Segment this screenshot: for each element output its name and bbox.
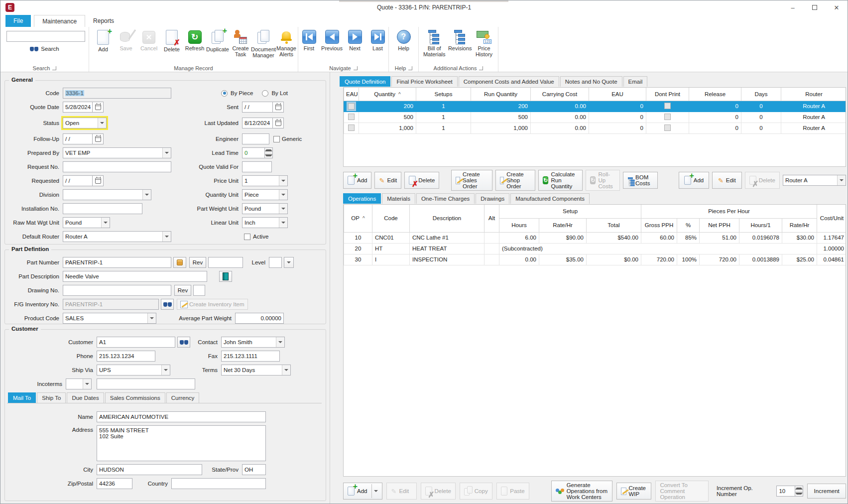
- mailto-zip-field[interactable]: 44236: [97, 478, 132, 489]
- ops-edit-button[interactable]: ✎Edit: [386, 483, 416, 500]
- revisions-button[interactable]: Revisions: [448, 29, 472, 51]
- table-row[interactable]: 1,0001 1,0000.00 0 00 Router A: [344, 123, 847, 133]
- tab-currency[interactable]: Currency: [166, 392, 200, 403]
- col-op[interactable]: OP^: [344, 205, 372, 232]
- first-button[interactable]: First: [298, 29, 320, 51]
- increment-op-number-field[interactable]: 10: [776, 486, 795, 497]
- minimize-button[interactable]: –: [782, 0, 804, 14]
- notes-button[interactable]: [219, 271, 232, 282]
- contact-dropdown[interactable]: John Smith: [221, 337, 285, 348]
- part-lookup-button[interactable]: [173, 257, 186, 268]
- col-router[interactable]: Router: [781, 88, 847, 101]
- dont-print-checkbox[interactable]: [664, 114, 671, 120]
- col-rate-hr[interactable]: Rate/Hr: [782, 218, 817, 232]
- engineer-field[interactable]: [242, 133, 269, 144]
- document-manager-button[interactable]: Document Manager: [252, 29, 274, 58]
- tab-mail-to[interactable]: Mail To: [8, 392, 36, 403]
- calendar-icon[interactable]: [273, 102, 284, 113]
- prepared-by-dropdown[interactable]: VET EMP: [63, 147, 171, 158]
- product-code-dropdown[interactable]: SALES: [63, 313, 156, 324]
- previous-button[interactable]: Previous: [321, 29, 343, 51]
- rollup-costs-button[interactable]: ↻Roll-Up Costs: [586, 170, 620, 191]
- level-field[interactable]: [269, 257, 282, 268]
- terms-dropdown[interactable]: Net 30 Days: [221, 365, 291, 376]
- convert-to-comment-button[interactable]: Convert To Comment Operation: [655, 481, 708, 502]
- tab-file[interactable]: File: [5, 15, 31, 27]
- lead-time-spinner[interactable]: [265, 147, 273, 158]
- router-add-button[interactable]: Add: [679, 172, 709, 189]
- installation-no-field[interactable]: [63, 203, 142, 214]
- eau-checkbox[interactable]: [348, 114, 355, 120]
- dont-print-checkbox[interactable]: [664, 125, 671, 131]
- table-row[interactable]: 5001 5000.00 0 00 Router A: [344, 112, 847, 123]
- generic-checkbox[interactable]: [273, 136, 280, 142]
- col-setup-rate-hr[interactable]: Rate/Hr: [539, 218, 587, 232]
- calendar-icon[interactable]: [273, 118, 284, 128]
- mailto-name-field[interactable]: AMERICAN AUTOMOTIVE: [97, 411, 266, 422]
- next-button[interactable]: Next: [344, 29, 366, 51]
- calendar-icon[interactable]: [93, 133, 104, 144]
- save-button[interactable]: Save: [115, 29, 137, 51]
- quote-add-button[interactable]: Add: [343, 172, 371, 189]
- default-router-dropdown[interactable]: Router A: [63, 231, 171, 242]
- requested-field[interactable]: / /: [63, 175, 93, 186]
- table-row[interactable]: 20HT HEAT TREAT (Subcontracted) 1.00000: [344, 243, 847, 254]
- create-shop-order-button[interactable]: Create Shop Order: [495, 170, 536, 191]
- by-lot-radio[interactable]: [262, 90, 268, 97]
- col-code[interactable]: Code: [372, 205, 410, 232]
- delete-button[interactable]: Delete: [161, 29, 183, 52]
- col-eau[interactable]: EAU: [589, 88, 646, 101]
- col-alt[interactable]: Alt: [485, 205, 499, 232]
- create-wip-button[interactable]: Create WIP: [616, 483, 651, 500]
- refresh-button[interactable]: ↻Refresh: [184, 29, 206, 51]
- phone-field[interactable]: 215.123.1234: [97, 351, 155, 362]
- col-percent[interactable]: %: [677, 218, 700, 232]
- price-unit-dropdown[interactable]: 1: [242, 175, 288, 186]
- calendar-icon[interactable]: [93, 175, 104, 186]
- customer-field[interactable]: A1: [97, 337, 175, 348]
- lead-time-field[interactable]: 0: [242, 147, 265, 158]
- dialog-launcher-icon[interactable]: [408, 66, 412, 70]
- quantity-unit-dropdown[interactable]: Piece: [242, 189, 288, 200]
- col-setup-hours[interactable]: Hours: [499, 218, 539, 232]
- customer-lookup-button[interactable]: [177, 337, 190, 348]
- quote-date-field[interactable]: 5/28/2024: [63, 102, 93, 113]
- mailto-country-field[interactable]: [171, 478, 266, 489]
- rev-button[interactable]: Rev: [189, 257, 206, 268]
- col-carrying-cost[interactable]: Carrying Cost: [531, 88, 589, 101]
- router-selector-dropdown[interactable]: Router A: [783, 175, 846, 186]
- table-row[interactable]: 10CNC01 CNC Lathe #1 6.00$90.00 $540.006…: [344, 232, 847, 243]
- tab-email[interactable]: Email: [623, 76, 648, 87]
- add-dropdown-arrow[interactable]: [371, 484, 380, 498]
- col-run-quantity[interactable]: Run Quantity: [471, 88, 531, 101]
- drawing-rev-field[interactable]: [193, 285, 205, 296]
- search-input[interactable]: [6, 31, 85, 42]
- last-button[interactable]: Last: [367, 29, 389, 51]
- create-inventory-item-button[interactable]: Create Inventory Item: [177, 299, 248, 310]
- col-gross-pph[interactable]: Gross PPH: [641, 218, 677, 232]
- rev-field[interactable]: [208, 257, 243, 268]
- generate-operations-button[interactable]: Generate Operations from Work Centers: [551, 481, 613, 502]
- ops-paste-button[interactable]: Paste: [496, 483, 529, 500]
- drawing-rev-button[interactable]: Rev: [174, 285, 191, 296]
- table-row[interactable]: 2001 2000.00 0 00 Router A: [344, 101, 847, 112]
- by-piece-radio[interactable]: [221, 90, 228, 97]
- raw-mat-wgt-unit-dropdown[interactable]: Pound: [63, 217, 110, 228]
- average-part-weight-field[interactable]: 0.00000: [235, 313, 284, 324]
- part-number-field[interactable]: PARENTRIP-1: [63, 257, 171, 268]
- dialog-launcher-icon[interactable]: [52, 66, 56, 70]
- search-button[interactable]: Search: [3, 46, 86, 52]
- dont-print-checkbox[interactable]: [664, 103, 671, 109]
- bill-of-materials-button[interactable]: Bill of Materials: [422, 29, 447, 57]
- eau-checkbox[interactable]: [348, 103, 355, 110]
- col-release[interactable]: Release: [689, 88, 741, 101]
- mailto-state-field[interactable]: OH: [242, 464, 266, 475]
- increment-spinner[interactable]: [795, 486, 803, 497]
- calculate-run-quantity-button[interactable]: ↻Calculate Run Quantity: [538, 170, 583, 191]
- tab-due-dates[interactable]: Due Dates: [67, 392, 104, 403]
- ops-add-button[interactable]: Add: [343, 483, 382, 500]
- price-history-button[interactable]: 123Price History: [473, 29, 495, 57]
- col-net-pph[interactable]: Net PPH: [700, 218, 739, 232]
- quote-edit-button[interactable]: ✎Edit: [374, 172, 401, 189]
- incoterms-dropdown[interactable]: [66, 378, 92, 389]
